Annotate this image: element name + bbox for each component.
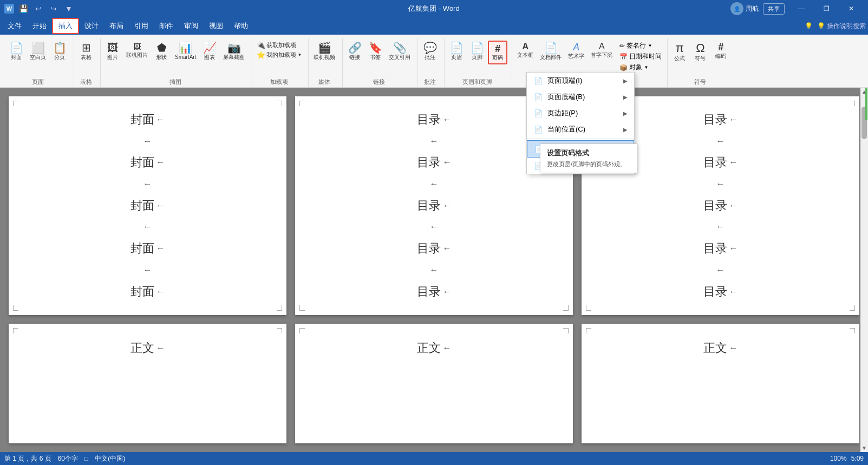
corner-bl xyxy=(13,305,18,311)
ribbon-blank-page[interactable]: ⬜ 空白页 xyxy=(27,41,49,62)
ribbon-cover[interactable]: 📄 封面 xyxy=(6,41,26,62)
ribbon-equation[interactable]: π 公式 xyxy=(670,41,689,63)
ribbon-signature[interactable]: ✏ 签名行 ▼ xyxy=(618,41,663,51)
dd-page-bottom-icon: 📄 xyxy=(533,92,543,102)
object-dropdown: ▼ xyxy=(644,65,648,70)
ribbon-symbol[interactable]: Ω 符号 xyxy=(690,41,710,63)
ribbon-footer[interactable]: 📄 页脚 xyxy=(467,41,487,62)
ribbon-chart[interactable]: 📈 图表 xyxy=(200,41,219,62)
ribbon-table[interactable]: ⊞ 表格 xyxy=(76,41,96,62)
crossref-icon: 📎 xyxy=(393,42,407,53)
ribbon-picture[interactable]: 🖼 图片 xyxy=(103,41,122,62)
menu-start[interactable]: 开始 xyxy=(27,19,52,33)
window-title: 亿航集团 - Word xyxy=(408,4,459,14)
menu-design[interactable]: 设计 xyxy=(79,19,104,33)
ribbon-dropcap[interactable]: A 首字下沉 xyxy=(588,41,615,60)
dd-page-bottom[interactable]: 📄 页面底端(B) ▶ xyxy=(527,89,634,105)
chart-icon: 📈 xyxy=(203,42,217,53)
ribbon-encoding[interactable]: # 编码 xyxy=(711,41,730,61)
ribbon-get-addins[interactable]: 🔌 获取加载项 xyxy=(254,41,304,50)
close-button[interactable]: ✕ xyxy=(839,0,864,17)
textbox-label: 文本框 xyxy=(517,52,533,58)
group-label-page: 页面 xyxy=(6,78,69,87)
ribbon-comment[interactable]: 💬 批注 xyxy=(420,41,440,62)
share-button[interactable]: 共享 xyxy=(763,3,785,15)
ribbon-online-video[interactable]: 🎬 联机视频 xyxy=(311,41,338,62)
page-break-label: 分页 xyxy=(54,54,65,61)
page-text-cover-1g: 封面 xyxy=(130,240,154,257)
menu-review[interactable]: 审阅 xyxy=(179,19,204,33)
datetime-icon: 📅 xyxy=(619,53,628,61)
ribbon-header[interactable]: 📄 页眉 xyxy=(447,41,466,62)
menu-reference[interactable]: 引用 xyxy=(129,19,154,33)
ribbon-buttons-comment: 💬 批注 xyxy=(420,38,440,78)
zoom-level: 100% xyxy=(830,455,847,462)
ribbon-page-break[interactable]: 📋 分页 xyxy=(50,41,69,62)
ribbon-screenshot[interactable]: 📷 屏幕截图 xyxy=(220,41,247,62)
ribbon-online-picture[interactable]: 🖼 联机图片 xyxy=(123,41,151,60)
dd-page-top[interactable]: 📄 页面顶端(I) ▶ xyxy=(527,73,634,89)
redo-button[interactable]: ↪ xyxy=(48,3,60,15)
toc-arrow-1f: ← xyxy=(430,222,439,232)
screenshot-icon: 📷 xyxy=(227,42,241,53)
page-info: 第 1 页，共 6 页 xyxy=(4,454,51,463)
ribbon-shape[interactable]: ⬟ 形状 xyxy=(152,41,171,62)
search-area[interactable]: 💡 💡 操作说明搜索 xyxy=(805,22,866,31)
undo-button[interactable]: ↩ xyxy=(32,3,44,15)
menu-view[interactable]: 视图 xyxy=(204,19,229,33)
ribbon-group-media: 🎬 联机视频 媒体 xyxy=(309,38,343,87)
ribbon-my-addins[interactable]: ⭐ 我的加载项 ▼ xyxy=(254,50,304,60)
menu-help[interactable]: 帮助 xyxy=(229,19,253,33)
body-text-1: 正文 xyxy=(130,340,154,356)
menu-layout[interactable]: 布局 xyxy=(104,19,129,33)
group-label-media: 媒体 xyxy=(311,78,338,87)
dropcap-icon: A xyxy=(599,42,605,51)
group-label-comment: 批注 xyxy=(420,78,440,87)
vertical-scrollbar[interactable]: ▲ ▼ xyxy=(860,88,868,452)
ribbon-buttons-media: 🎬 联机视频 xyxy=(311,38,338,78)
toc-arrow-1i: ← xyxy=(443,287,452,297)
user-area[interactable]: 👤 周航 xyxy=(730,2,759,15)
quick-parts-icon: 📄 xyxy=(544,42,558,53)
comment-icon: 💬 xyxy=(423,42,437,53)
body-text-2: 正文 xyxy=(417,340,441,356)
blank-page-icon: ⬜ xyxy=(31,42,45,53)
ribbon-page-number[interactable]: # 页码 xyxy=(488,41,507,64)
ribbon-wordart[interactable]: A 艺术字 xyxy=(565,41,587,61)
ribbon-smartart[interactable]: 📊 SmartArt xyxy=(172,41,199,62)
save-button[interactable]: 💾 xyxy=(17,3,29,15)
toc-text-1: 目录 xyxy=(417,112,441,128)
ribbon-buttons-addins: 🔌 获取加载项 ⭐ 我的加载项 ▼ xyxy=(254,38,304,78)
dd-page-margin[interactable]: 📄 页边距(P) ▶ xyxy=(527,105,634,121)
scroll-down-arrow[interactable]: ▼ xyxy=(860,444,868,452)
toc2-line-1d: ← xyxy=(716,179,725,189)
restore-button[interactable]: ❐ xyxy=(814,0,839,17)
ribbon-crossref[interactable]: 📎 交叉引用 xyxy=(386,41,413,62)
body-line-1: 正文← xyxy=(130,340,165,356)
quick-access-dropdown[interactable]: ▼ xyxy=(63,3,75,15)
corner-bl-2 xyxy=(299,305,305,311)
menu-insert[interactable]: 插入 xyxy=(52,18,79,34)
ribbon-datetime[interactable]: 📅 日期和时间 xyxy=(618,51,663,62)
addins-dropdown-icon: ▼ xyxy=(297,53,302,57)
word-icon: W xyxy=(4,4,14,14)
page-line-1: 封面← xyxy=(130,112,165,128)
corner-br-3 xyxy=(850,305,855,311)
menu-file[interactable]: 文件 xyxy=(2,19,27,33)
ribbon-bookmark[interactable]: 🔖 书签 xyxy=(366,41,385,62)
dd-current-pos[interactable]: 📄 当前位置(C) ▶ xyxy=(527,121,634,137)
corner-tl-2 xyxy=(299,101,305,106)
ribbon-quick-parts[interactable]: 📄 文档部件 xyxy=(537,41,564,62)
ribbon-buttons-page: 📄 封面 ⬜ 空白页 📋 分页 xyxy=(6,38,69,78)
dd-page-margin-icon: 📄 xyxy=(533,108,543,118)
body-line-3: 正文← xyxy=(703,340,738,356)
ribbon-link[interactable]: 🔗 链接 xyxy=(345,41,364,62)
wordart-label: 艺术字 xyxy=(568,53,584,60)
minimize-button[interactable]: — xyxy=(789,0,814,17)
ribbon-textbox[interactable]: A 文本框 xyxy=(514,41,536,60)
page-line-1e: 封面← xyxy=(130,198,165,214)
menu-mail[interactable]: 邮件 xyxy=(154,19,179,33)
ribbon-object[interactable]: 📦 对象 ▼ xyxy=(618,62,663,73)
toc2-arrow-1c: ← xyxy=(729,158,738,167)
return-arrow: ← xyxy=(156,115,165,125)
